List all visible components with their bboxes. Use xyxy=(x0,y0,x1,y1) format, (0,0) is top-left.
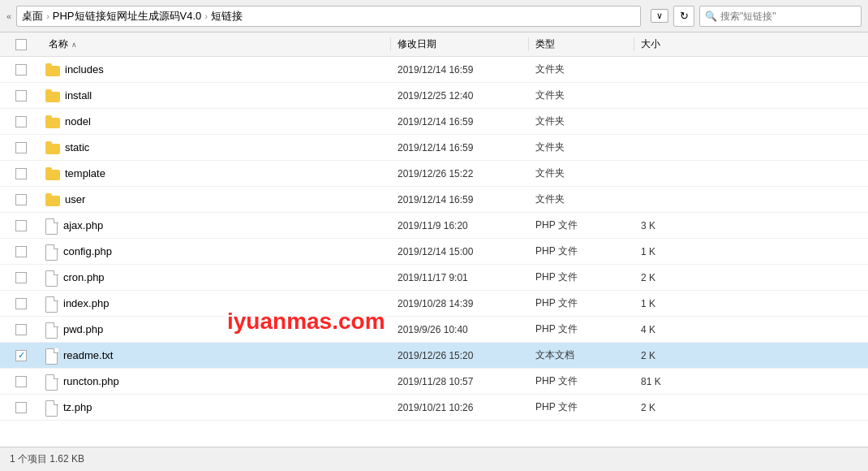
row-checkbox[interactable] xyxy=(15,168,27,179)
row-check xyxy=(0,220,42,231)
table-row[interactable]: tz.php2019/10/21 10:26PHP 文件2 K xyxy=(0,395,868,421)
header-name[interactable]: 名称 ∧ xyxy=(42,37,391,51)
row-name-cell: tz.php xyxy=(42,400,391,415)
row-name-cell: ajax.php xyxy=(42,218,391,233)
breadcrumb-current[interactable]: 短链接 xyxy=(211,9,243,24)
table-row[interactable]: config.php2019/12/14 15:00PHP 文件1 K xyxy=(0,239,868,265)
row-name-cell: template xyxy=(42,167,391,180)
row-type-cell: 文件夹 xyxy=(529,89,634,102)
row-checkbox[interactable] xyxy=(15,90,27,102)
file-icon xyxy=(45,400,58,415)
row-checkbox[interactable] xyxy=(15,64,27,76)
row-type-cell: PHP 文件 xyxy=(529,270,634,284)
row-check xyxy=(0,194,42,205)
header-size[interactable]: 大小 xyxy=(634,37,868,51)
row-date-cell: 2019/12/14 15:00 xyxy=(391,246,529,257)
breadcrumb-sep-2: › xyxy=(204,11,208,21)
row-name-cell: user xyxy=(42,193,391,206)
row-date-cell: 2019/11/17 9:01 xyxy=(391,272,529,283)
header-date[interactable]: 修改日期 xyxy=(391,37,529,51)
row-type-cell: 文件夹 xyxy=(529,166,634,180)
row-checkbox[interactable] xyxy=(15,376,27,387)
search-icon: 🔍 xyxy=(705,11,717,22)
row-size-cell: 3 K xyxy=(634,220,868,231)
header-check[interactable] xyxy=(0,39,42,50)
row-name-cell: install xyxy=(42,89,391,102)
row-check xyxy=(0,90,42,102)
table-row[interactable]: template2019/12/26 15:22文件夹 xyxy=(0,161,868,187)
row-name-cell: config.php xyxy=(42,244,391,259)
file-icon xyxy=(45,270,58,285)
table-row[interactable]: index.php2019/10/28 14:39PHP 文件1 K xyxy=(0,291,868,317)
row-check xyxy=(0,298,42,309)
row-type-cell: 文本文档 xyxy=(529,348,634,362)
nav-back[interactable]: « xyxy=(6,11,11,21)
table-row[interactable]: ajax.php2019/11/9 16:20PHP 文件3 K xyxy=(0,213,868,239)
row-type-cell: PHP 文件 xyxy=(529,244,634,258)
breadcrumb-dropdown-button[interactable]: ∨ xyxy=(651,9,668,23)
row-checkbox[interactable] xyxy=(15,324,27,335)
table-row[interactable]: cron.php2019/11/17 9:01PHP 文件2 K xyxy=(0,265,868,291)
file-name-label: static xyxy=(65,141,89,153)
table-row[interactable]: install2019/12/25 12:40文件夹 xyxy=(0,83,868,109)
breadcrumb-sep-1: › xyxy=(46,11,49,21)
file-name-label: ajax.php xyxy=(63,219,103,231)
row-checkbox[interactable] xyxy=(15,298,27,309)
row-check xyxy=(0,116,42,127)
search-input[interactable] xyxy=(720,11,842,22)
row-checkbox[interactable] xyxy=(15,350,27,361)
folder-icon xyxy=(45,141,60,154)
folder-icon xyxy=(45,167,60,180)
row-checkbox[interactable] xyxy=(15,272,27,283)
row-date-cell: 2019/12/14 16:59 xyxy=(391,116,529,127)
file-name-label: cron.php xyxy=(63,271,105,283)
table-row[interactable]: includes2019/12/14 16:59文件夹 xyxy=(0,57,868,83)
row-name-cell: readme.txt xyxy=(42,348,391,363)
file-name-label: pwd.php xyxy=(63,323,103,335)
folder-icon xyxy=(45,115,60,128)
row-type-cell: PHP 文件 xyxy=(529,374,634,388)
search-box: 🔍 xyxy=(699,6,862,27)
row-checkbox[interactable] xyxy=(15,142,27,153)
column-headers: 名称 ∧ 修改日期 类型 大小 xyxy=(0,32,868,57)
file-name-label: config.php xyxy=(63,245,112,257)
row-check xyxy=(0,64,42,76)
status-bar: 1 个项目 1.62 KB xyxy=(0,447,868,471)
address-bar: « 桌面 › PHP短链接短网址生成源码V4.0 › 短链接 ∨ ↻ 🔍 xyxy=(0,0,868,32)
file-name-label: tz.php xyxy=(63,401,92,413)
row-checkbox[interactable] xyxy=(15,220,27,231)
folder-icon xyxy=(45,89,60,102)
select-all-checkbox[interactable] xyxy=(15,39,27,50)
row-date-cell: 2019/12/14 16:59 xyxy=(391,64,529,76)
row-name-cell: static xyxy=(42,141,391,154)
status-text: 1 个项目 1.62 KB xyxy=(10,452,84,466)
table-row[interactable]: runcton.php2019/11/28 10:57PHP 文件81 K xyxy=(0,369,868,395)
row-name-cell: includes xyxy=(42,63,391,76)
table-row[interactable]: pwd.php2019/9/26 10:40PHP 文件4 K xyxy=(0,317,868,343)
row-checkbox[interactable] xyxy=(15,402,27,413)
row-check xyxy=(0,272,42,283)
file-name-label: nodel xyxy=(65,115,91,127)
header-type[interactable]: 类型 xyxy=(529,37,634,51)
row-name-cell: cron.php xyxy=(42,270,391,285)
row-checkbox[interactable] xyxy=(15,246,27,257)
breadcrumb-desktop[interactable]: 桌面 xyxy=(22,9,43,24)
row-type-cell: PHP 文件 xyxy=(529,296,634,310)
row-date-cell: 2019/10/21 10:26 xyxy=(391,402,529,413)
table-row[interactable]: static2019/12/14 16:59文件夹 xyxy=(0,135,868,161)
table-row[interactable]: nodel2019/12/14 16:59文件夹 xyxy=(0,109,868,135)
breadcrumb[interactable]: 桌面 › PHP短链接短网址生成源码V4.0 › 短链接 xyxy=(16,6,641,27)
table-row[interactable]: readme.txt2019/12/26 15:20文本文档2 K xyxy=(0,343,868,369)
row-type-cell: PHP 文件 xyxy=(529,322,634,336)
file-icon xyxy=(45,244,58,259)
nav-arrows[interactable]: « xyxy=(6,11,11,21)
row-check xyxy=(0,168,42,179)
row-checkbox[interactable] xyxy=(15,194,27,205)
breadcrumb-project[interactable]: PHP短链接短网址生成源码V4.0 xyxy=(53,9,201,24)
row-checkbox[interactable] xyxy=(15,116,27,127)
row-type-cell: 文件夹 xyxy=(529,115,634,128)
table-row[interactable]: user2019/12/14 16:59文件夹 xyxy=(0,187,868,213)
file-rows-container: includes2019/12/14 16:59文件夹install2019/1… xyxy=(0,57,868,421)
row-name-cell: pwd.php xyxy=(42,322,391,337)
refresh-button[interactable]: ↻ xyxy=(673,6,694,27)
